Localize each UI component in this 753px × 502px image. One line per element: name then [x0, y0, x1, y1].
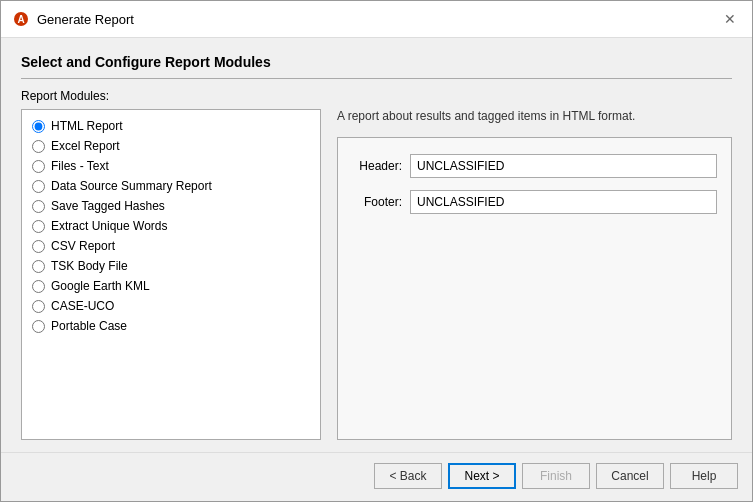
- dialog-title: Generate Report: [37, 12, 134, 27]
- google-earth-kml-label[interactable]: Google Earth KML: [51, 279, 150, 293]
- tsk-body-file-radio[interactable]: [32, 260, 45, 273]
- next-button[interactable]: Next >: [448, 463, 516, 489]
- list-item[interactable]: Files - Text: [26, 156, 316, 176]
- section-title: Select and Configure Report Modules: [21, 54, 732, 79]
- footer-input[interactable]: [410, 190, 717, 214]
- list-item[interactable]: TSK Body File: [26, 256, 316, 276]
- footer-field-row: Footer:: [352, 190, 717, 214]
- portable-case-label[interactable]: Portable Case: [51, 319, 127, 333]
- svg-text:A: A: [17, 14, 24, 25]
- list-item[interactable]: Save Tagged Hashes: [26, 196, 316, 216]
- save-tagged-hashes-label[interactable]: Save Tagged Hashes: [51, 199, 165, 213]
- csv-report-label[interactable]: CSV Report: [51, 239, 115, 253]
- html-report-radio[interactable]: [32, 120, 45, 133]
- list-item[interactable]: Excel Report: [26, 136, 316, 156]
- case-uco-radio[interactable]: [32, 300, 45, 313]
- header-input[interactable]: [410, 154, 717, 178]
- portable-case-radio[interactable]: [32, 320, 45, 333]
- content-area: Report Modules: HTML Report Excel Report…: [21, 89, 732, 440]
- save-tagged-hashes-radio[interactable]: [32, 200, 45, 213]
- case-uco-label[interactable]: CASE-UCO: [51, 299, 114, 313]
- back-button[interactable]: < Back: [374, 463, 442, 489]
- title-bar: A Generate Report ✕: [1, 1, 752, 38]
- dialog-body: Select and Configure Report Modules Repo…: [1, 38, 752, 452]
- excel-report-label[interactable]: Excel Report: [51, 139, 120, 153]
- header-field-row: Header:: [352, 154, 717, 178]
- module-description: A report about results and tagged items …: [337, 109, 732, 123]
- modules-label: Report Modules:: [21, 89, 732, 103]
- modules-list: HTML Report Excel Report Files - Text Da…: [21, 109, 321, 440]
- extract-unique-words-label[interactable]: Extract Unique Words: [51, 219, 168, 233]
- extract-unique-words-radio[interactable]: [32, 220, 45, 233]
- help-button[interactable]: Help: [670, 463, 738, 489]
- files-text-radio[interactable]: [32, 160, 45, 173]
- list-item[interactable]: CASE-UCO: [26, 296, 316, 316]
- html-report-label[interactable]: HTML Report: [51, 119, 123, 133]
- cancel-button[interactable]: Cancel: [596, 463, 664, 489]
- data-source-summary-label[interactable]: Data Source Summary Report: [51, 179, 212, 193]
- list-item[interactable]: Google Earth KML: [26, 276, 316, 296]
- footer-bar: < Back Next > Finish Cancel Help: [1, 452, 752, 501]
- app-icon: A: [13, 11, 29, 27]
- list-item[interactable]: HTML Report: [26, 116, 316, 136]
- finish-button[interactable]: Finish: [522, 463, 590, 489]
- list-item[interactable]: CSV Report: [26, 236, 316, 256]
- generate-report-dialog: A Generate Report ✕ Select and Configure…: [0, 0, 753, 502]
- title-bar-left: A Generate Report: [13, 11, 134, 27]
- google-earth-kml-radio[interactable]: [32, 280, 45, 293]
- list-item[interactable]: Extract Unique Words: [26, 216, 316, 236]
- list-item[interactable]: Portable Case: [26, 316, 316, 336]
- footer-label: Footer:: [352, 195, 402, 209]
- config-box: Header: Footer:: [337, 137, 732, 440]
- list-item[interactable]: Data Source Summary Report: [26, 176, 316, 196]
- tsk-body-file-label[interactable]: TSK Body File: [51, 259, 128, 273]
- close-button[interactable]: ✕: [720, 9, 740, 29]
- header-label: Header:: [352, 159, 402, 173]
- main-row: HTML Report Excel Report Files - Text Da…: [21, 109, 732, 440]
- config-panel: A report about results and tagged items …: [337, 109, 732, 440]
- csv-report-radio[interactable]: [32, 240, 45, 253]
- data-source-summary-radio[interactable]: [32, 180, 45, 193]
- files-text-label[interactable]: Files - Text: [51, 159, 109, 173]
- excel-report-radio[interactable]: [32, 140, 45, 153]
